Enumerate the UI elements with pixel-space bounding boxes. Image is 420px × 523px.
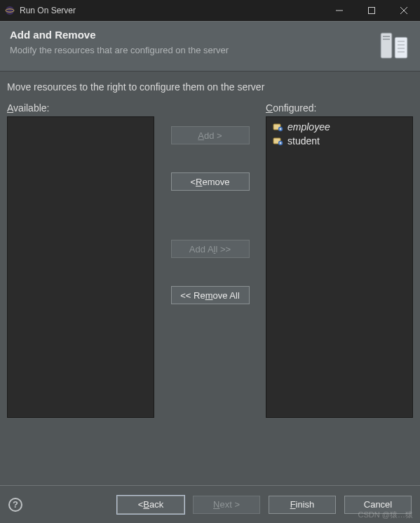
list-item-label: student [287,135,320,147]
help-button[interactable]: ? [8,498,22,512]
svg-rect-9 [395,37,407,58]
window-title: Run On Server [20,6,76,15]
configured-label: Configured: [266,102,413,114]
titlebar: Run On Server [0,0,420,21]
page-subtitle: Modify the resources that are configured… [10,45,370,55]
svg-rect-8 [383,39,390,40]
remove-all-button[interactable]: << Remove All [171,286,250,304]
configured-listbox[interactable]: employeestudent [266,116,413,418]
server-banner-icon [377,29,410,62]
wizard-button-bar: ? < Back Next > Finish Cancel [0,485,420,523]
minimize-button[interactable] [323,0,355,21]
cancel-button[interactable]: Cancel [344,496,412,514]
list-item[interactable]: student [271,134,408,148]
wizard-header: Add and Remove Modify the resources that… [0,21,420,72]
finish-button[interactable]: Finish [269,496,336,514]
wizard-content: Move resources to the right to configure… [0,72,420,425]
back-button[interactable]: < Back [117,496,184,514]
close-button[interactable] [388,0,420,21]
remove-button[interactable]: < Remove [171,172,250,191]
page-title: Add and Remove [10,29,370,41]
available-label: Available: [7,102,154,114]
next-button: Next > [193,496,260,514]
svg-point-0 [6,6,14,15]
list-item[interactable]: employee [271,120,408,134]
list-item-label: employee [287,121,330,133]
svg-rect-3 [369,8,375,14]
available-listbox[interactable] [7,116,154,418]
svg-rect-7 [383,36,390,37]
module-icon [272,121,283,133]
maximize-button[interactable] [355,0,388,21]
eclipse-app-icon [4,5,15,16]
instruction-text: Move resources to the right to configure… [7,81,413,93]
module-icon [272,135,283,147]
add-button: Add > [171,126,250,144]
add-all-button: Add All >> [171,240,250,258]
